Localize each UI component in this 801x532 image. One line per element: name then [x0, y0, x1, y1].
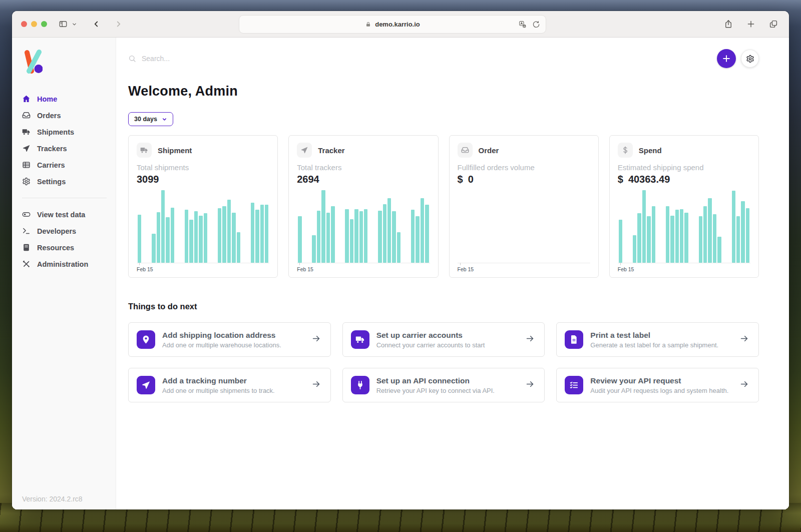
karrio-logo[interactable] [24, 50, 107, 76]
chart-bar [746, 208, 749, 263]
chart-slot [152, 190, 155, 263]
axis-label: Feb 15 [137, 266, 269, 272]
chart-bar [736, 216, 740, 263]
chart-slot [359, 190, 363, 263]
window-controls [21, 21, 47, 27]
chart-bar [218, 208, 221, 263]
sidebar-item-orders[interactable]: Orders [22, 107, 107, 124]
sidebar-item-view-test-data[interactable]: View test data [22, 206, 107, 223]
search-input[interactable] [141, 54, 306, 63]
chart-slot [312, 190, 315, 263]
chart-slot [694, 190, 697, 263]
stat-card-chart [137, 190, 269, 263]
sidebar-toggle-icon[interactable] [58, 20, 68, 29]
sidebar-item-home[interactable]: Home [22, 91, 107, 107]
search-icon [128, 55, 136, 63]
chart-bar [171, 208, 174, 263]
expand-window-button[interactable] [41, 21, 47, 27]
chart-slot [222, 190, 226, 263]
map-pin-icon [137, 330, 155, 349]
navigation-icon [22, 144, 31, 153]
chart-slot [619, 190, 622, 263]
chart-bar [699, 216, 702, 263]
chart-bar [157, 212, 160, 263]
sidebar-item-shipments[interactable]: Shipments [22, 124, 107, 140]
back-button[interactable] [91, 20, 101, 29]
navigation-icon [297, 143, 312, 158]
reload-icon[interactable] [531, 20, 541, 29]
chart-slot [364, 190, 367, 263]
tab-overview-icon[interactable] [768, 20, 778, 29]
todo-card-title: Set up carrier accounts [376, 330, 485, 340]
chart-slot [647, 190, 650, 263]
chart-slot [642, 190, 646, 263]
stat-card-tracker: TrackerTotal trackers2694Feb 15 [288, 135, 438, 278]
chart-bar [741, 201, 744, 263]
todo-card-text: Add a tracking numberAdd one or multiple… [162, 376, 275, 394]
chart-slot [378, 190, 381, 263]
sidebar-item-resources[interactable]: Resources [22, 239, 107, 256]
chart-bar [189, 220, 193, 263]
close-window-button[interactable] [21, 21, 27, 27]
sidebar-item-label: Settings [37, 178, 66, 186]
sidebar-item-developers[interactable]: Developers [22, 223, 107, 239]
minimize-window-button[interactable] [31, 21, 37, 27]
stat-card-title: Shipment [158, 146, 192, 155]
todo-card-add-shipping-location-address[interactable]: Add shipping location addressAdd one or … [128, 322, 331, 357]
home-icon [22, 95, 31, 103]
sidebar-item-carriers[interactable]: Carriers [22, 157, 107, 173]
todo-card-subtitle: Add one or multiple warehouse locations. [162, 341, 281, 349]
stat-card-shipment: ShipmentTotal shipments3099Feb 15 [128, 135, 278, 278]
share-icon[interactable] [723, 20, 733, 29]
sidebar-item-administration[interactable]: Administration [22, 256, 107, 272]
chart-bar [298, 216, 301, 263]
truck-icon [137, 143, 152, 158]
stat-card-header: Tracker [297, 143, 430, 158]
chart-slot [628, 190, 632, 263]
stat-card-title: Tracker [318, 146, 344, 155]
sidebar-item-label: Carriers [37, 161, 65, 169]
settings-button[interactable] [741, 50, 759, 68]
chevron-down-icon [162, 117, 167, 122]
chart-slot [157, 190, 160, 263]
chart-slot [199, 190, 202, 263]
sidebar-item-settings[interactable]: Settings [22, 173, 107, 190]
chart-slot [345, 190, 348, 263]
address-bar[interactable]: demo.karrio.io [239, 15, 546, 34]
arrow-right-icon [739, 379, 749, 391]
todo-card-review-your-api-request[interactable]: Review your API requestAudit your API re… [556, 368, 759, 402]
todo-card-title: Set up an API connection [376, 376, 495, 385]
stat-card-subtitle: Total trackers [297, 163, 430, 172]
chart-slot [392, 190, 395, 263]
chart-slot [633, 190, 636, 263]
new-tab-icon[interactable] [746, 20, 755, 29]
create-button[interactable] [717, 49, 736, 68]
chart-bar [633, 235, 636, 263]
chart-bar [359, 211, 363, 263]
chart-bar [421, 198, 424, 263]
todo-card-text: Set up carrier accountsConnect your carr… [376, 330, 485, 349]
chart-slot [387, 190, 391, 263]
period-select[interactable]: 30 days [128, 112, 173, 126]
todo-card-set-up-carrier-accounts[interactable]: Set up carrier accountsConnect your carr… [342, 322, 545, 357]
chart-slot [340, 190, 344, 263]
todo-card-set-up-an-api-connection[interactable]: Set up an API connectionRetrieve your AP… [342, 368, 545, 402]
chevron-down-icon[interactable] [70, 20, 79, 29]
todo-card-add-a-tracking-number[interactable]: Add a tracking numberAdd one or multiple… [128, 368, 331, 402]
todo-card-print-a-test-label[interactable]: Print a test labelGenerate a test label … [556, 322, 759, 357]
chart-slot [260, 190, 264, 263]
stat-card-value: 2694 [297, 174, 430, 185]
stat-card-number: 0 [468, 174, 474, 185]
sidebar-item-trackers[interactable]: Trackers [22, 140, 107, 157]
browser-chrome: demo.karrio.io [12, 11, 789, 38]
chart-slot [194, 190, 198, 263]
translate-icon[interactable] [518, 20, 527, 29]
forward-button[interactable] [114, 20, 123, 29]
chart-slot [354, 190, 358, 263]
axis-tick [139, 263, 140, 265]
chart-slot [732, 190, 735, 263]
chart-bar [717, 237, 721, 263]
stat-card-header: Order [458, 143, 590, 158]
sidebar-item-label: Trackers [37, 145, 67, 153]
chart-bar [647, 216, 650, 263]
